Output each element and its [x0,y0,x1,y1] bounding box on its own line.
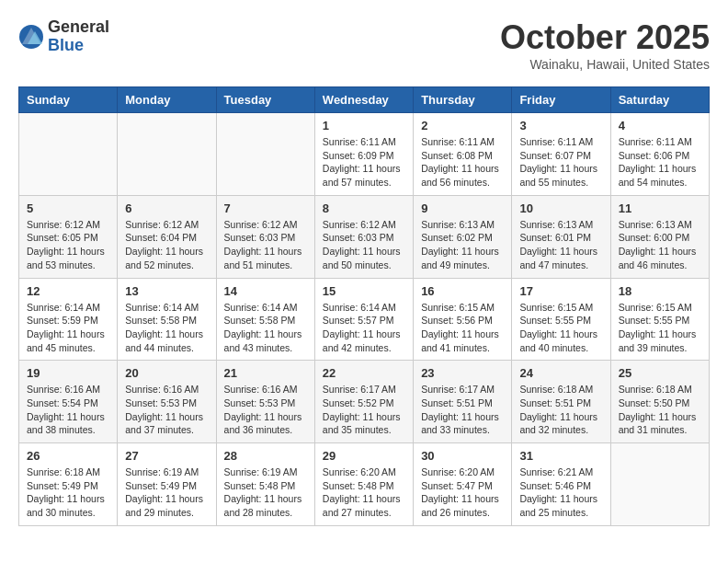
calendar-day-cell: 22Sunrise: 6:17 AM Sunset: 5:52 PM Dayli… [314,361,413,443]
day-number: 17 [519,284,602,298]
day-info: Sunrise: 6:13 AM Sunset: 6:00 PM Dayligh… [619,218,701,272]
calendar-day-cell: 10Sunrise: 6:13 AM Sunset: 6:01 PM Dayli… [512,195,610,278]
day-number: 11 [619,201,701,215]
day-number: 16 [421,284,504,298]
calendar-day-cell: 18Sunrise: 6:15 AM Sunset: 5:55 PM Dayli… [610,278,709,361]
calendar-week-row: 5Sunrise: 6:12 AM Sunset: 6:05 PM Daylig… [19,195,710,278]
day-info: Sunrise: 6:16 AM Sunset: 5:53 PM Dayligh… [224,383,307,437]
calendar-day-cell: 1Sunrise: 6:11 AM Sunset: 6:09 PM Daylig… [314,113,413,196]
calendar-day-cell: 23Sunrise: 6:17 AM Sunset: 5:51 PM Dayli… [414,361,512,443]
day-number: 19 [27,366,109,380]
day-info: Sunrise: 6:20 AM Sunset: 5:47 PM Dayligh… [421,465,504,520]
day-info: Sunrise: 6:14 AM Sunset: 5:58 PM Dayligh… [125,301,208,355]
day-header-monday: Monday [118,87,216,113]
day-info: Sunrise: 6:18 AM Sunset: 5:49 PM Dayligh… [27,465,109,520]
day-header-friday: Friday [512,87,610,113]
calendar-day-cell: 8Sunrise: 6:12 AM Sunset: 6:03 PM Daylig… [314,195,413,278]
calendar-day-cell: 20Sunrise: 6:16 AM Sunset: 5:53 PM Dayli… [118,361,216,443]
day-number: 25 [619,366,701,380]
calendar-day-cell: 11Sunrise: 6:13 AM Sunset: 6:00 PM Dayli… [610,195,709,278]
day-info: Sunrise: 6:11 AM Sunset: 6:09 PM Dayligh… [323,135,405,190]
calendar-day-cell: 5Sunrise: 6:12 AM Sunset: 6:05 PM Daylig… [19,195,118,278]
calendar-day-cell: 4Sunrise: 6:11 AM Sunset: 6:06 PM Daylig… [610,113,709,196]
day-info: Sunrise: 6:12 AM Sunset: 6:05 PM Dayligh… [27,218,109,272]
day-info: Sunrise: 6:19 AM Sunset: 5:49 PM Dayligh… [125,465,208,520]
day-number: 13 [125,284,208,298]
calendar-day-cell: 12Sunrise: 6:14 AM Sunset: 5:59 PM Dayli… [19,278,118,361]
day-number: 2 [421,119,504,132]
calendar-day-cell: 2Sunrise: 6:11 AM Sunset: 6:08 PM Daylig… [414,113,512,196]
calendar-week-row: 26Sunrise: 6:18 AM Sunset: 5:49 PM Dayli… [19,443,710,526]
day-number: 20 [125,366,208,380]
location-text: Wainaku, Hawaii, United States [500,57,710,72]
logo-blue-text: Blue [48,37,109,55]
day-info: Sunrise: 6:20 AM Sunset: 5:48 PM Dayligh… [323,465,405,520]
day-info: Sunrise: 6:15 AM Sunset: 5:55 PM Dayligh… [519,301,602,355]
logo-general-text: General [48,18,109,37]
day-number: 6 [125,201,208,215]
day-info: Sunrise: 6:15 AM Sunset: 5:56 PM Dayligh… [421,301,504,355]
calendar-day-cell: 15Sunrise: 6:14 AM Sunset: 5:57 PM Dayli… [314,278,413,361]
calendar-week-row: 19Sunrise: 6:16 AM Sunset: 5:54 PM Dayli… [19,361,710,443]
calendar-header-row: SundayMondayTuesdayWednesdayThursdayFrid… [19,87,710,113]
day-number: 18 [619,284,701,298]
calendar-day-cell: 3Sunrise: 6:11 AM Sunset: 6:07 PM Daylig… [512,113,610,196]
day-header-saturday: Saturday [610,87,709,113]
day-number: 9 [421,201,504,215]
day-header-sunday: Sunday [19,87,118,113]
day-number: 22 [323,366,405,380]
day-info: Sunrise: 6:16 AM Sunset: 5:54 PM Dayligh… [27,383,109,437]
day-info: Sunrise: 6:14 AM Sunset: 5:57 PM Dayligh… [323,301,405,355]
day-info: Sunrise: 6:11 AM Sunset: 6:08 PM Dayligh… [421,135,504,190]
month-title: October 2025 [500,18,710,57]
day-header-wednesday: Wednesday [314,87,413,113]
calendar-day-cell: 14Sunrise: 6:14 AM Sunset: 5:58 PM Dayli… [216,278,314,361]
calendar-day-cell [610,443,709,526]
calendar-day-cell: 9Sunrise: 6:13 AM Sunset: 6:02 PM Daylig… [414,195,512,278]
day-info: Sunrise: 6:13 AM Sunset: 6:02 PM Dayligh… [421,218,504,272]
calendar-week-row: 1Sunrise: 6:11 AM Sunset: 6:09 PM Daylig… [19,113,710,196]
day-number: 4 [619,119,701,132]
page-header: General Blue October 2025 Wainaku, Hawai… [18,18,710,72]
day-info: Sunrise: 6:15 AM Sunset: 5:55 PM Dayligh… [619,301,701,355]
calendar-day-cell: 28Sunrise: 6:19 AM Sunset: 5:48 PM Dayli… [216,443,314,526]
calendar-day-cell [19,113,118,196]
day-header-tuesday: Tuesday [216,87,314,113]
calendar-day-cell [216,113,314,196]
day-number: 26 [27,449,109,463]
day-number: 15 [323,284,405,298]
logo-text: General Blue [48,18,109,55]
title-area: October 2025 Wainaku, Hawaii, United Sta… [500,18,710,72]
day-info: Sunrise: 6:16 AM Sunset: 5:53 PM Dayligh… [125,383,208,437]
day-info: Sunrise: 6:14 AM Sunset: 5:59 PM Dayligh… [27,301,109,355]
calendar-table: SundayMondayTuesdayWednesdayThursdayFrid… [18,86,710,526]
calendar-day-cell: 13Sunrise: 6:14 AM Sunset: 5:58 PM Dayli… [118,278,216,361]
calendar-day-cell: 17Sunrise: 6:15 AM Sunset: 5:55 PM Dayli… [512,278,610,361]
day-number: 21 [224,366,307,380]
calendar-day-cell: 25Sunrise: 6:18 AM Sunset: 5:50 PM Dayli… [610,361,709,443]
day-number: 8 [323,201,405,215]
day-info: Sunrise: 6:13 AM Sunset: 6:01 PM Dayligh… [519,218,602,272]
day-info: Sunrise: 6:18 AM Sunset: 5:51 PM Dayligh… [519,383,602,437]
day-number: 28 [224,449,307,463]
calendar-day-cell: 7Sunrise: 6:12 AM Sunset: 6:03 PM Daylig… [216,195,314,278]
day-info: Sunrise: 6:12 AM Sunset: 6:03 PM Dayligh… [224,218,307,272]
calendar-day-cell: 16Sunrise: 6:15 AM Sunset: 5:56 PM Dayli… [414,278,512,361]
calendar-day-cell: 30Sunrise: 6:20 AM Sunset: 5:47 PM Dayli… [414,443,512,526]
day-number: 7 [224,201,307,215]
day-info: Sunrise: 6:14 AM Sunset: 5:58 PM Dayligh… [224,301,307,355]
day-header-thursday: Thursday [414,87,512,113]
day-info: Sunrise: 6:17 AM Sunset: 5:51 PM Dayligh… [421,383,504,437]
calendar-day-cell: 31Sunrise: 6:21 AM Sunset: 5:46 PM Dayli… [512,443,610,526]
day-info: Sunrise: 6:18 AM Sunset: 5:50 PM Dayligh… [619,383,701,437]
calendar-day-cell: 19Sunrise: 6:16 AM Sunset: 5:54 PM Dayli… [19,361,118,443]
calendar-day-cell: 26Sunrise: 6:18 AM Sunset: 5:49 PM Dayli… [19,443,118,526]
day-number: 10 [519,201,602,215]
calendar-day-cell: 27Sunrise: 6:19 AM Sunset: 5:49 PM Dayli… [118,443,216,526]
calendar-day-cell: 29Sunrise: 6:20 AM Sunset: 5:48 PM Dayli… [314,443,413,526]
calendar-day-cell: 24Sunrise: 6:18 AM Sunset: 5:51 PM Dayli… [512,361,610,443]
day-info: Sunrise: 6:19 AM Sunset: 5:48 PM Dayligh… [224,465,307,520]
day-info: Sunrise: 6:11 AM Sunset: 6:07 PM Dayligh… [519,135,602,190]
day-number: 14 [224,284,307,298]
calendar-day-cell: 6Sunrise: 6:12 AM Sunset: 6:04 PM Daylig… [118,195,216,278]
